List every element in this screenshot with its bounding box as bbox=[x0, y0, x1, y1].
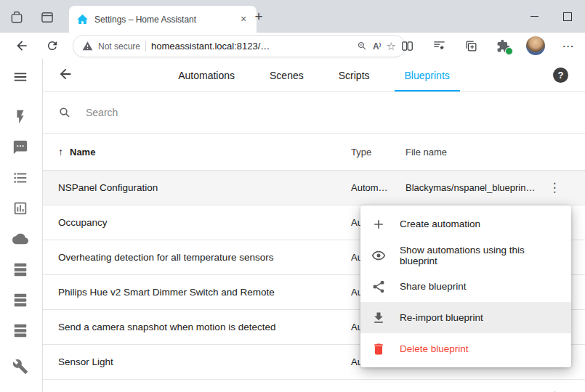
read-aloud-button[interactable]: A⁾ bbox=[373, 41, 382, 52]
menu-item-share-blueprint[interactable]: Share blueprint bbox=[360, 271, 571, 302]
minimize-icon bbox=[530, 16, 538, 17]
row-name: Overheating detection for all temperatur… bbox=[58, 252, 351, 263]
column-name-label: Name bbox=[70, 147, 95, 158]
favorites-button[interactable] bbox=[430, 37, 448, 54]
sidebar-history-button[interactable] bbox=[12, 200, 30, 218]
trash-icon bbox=[371, 342, 386, 356]
search-input[interactable] bbox=[84, 106, 585, 119]
menu-item-delete-blueprint[interactable]: Delete blueprint bbox=[360, 333, 571, 364]
menu-item-label: Show automations using this blueprint bbox=[400, 245, 560, 266]
row-name: Philips Hue v2 Smart Dimmer Switch and R… bbox=[58, 287, 351, 298]
browser-toolbar: Not secure homeassistant.local:8123/… A⁾… bbox=[0, 33, 585, 60]
workspaces-button[interactable] bbox=[9, 9, 25, 25]
tab-actions-button[interactable] bbox=[39, 9, 55, 25]
new-tab-button[interactable]: + bbox=[250, 8, 267, 25]
tab-scripts[interactable]: Scripts bbox=[328, 59, 380, 91]
wrench-icon bbox=[12, 359, 28, 375]
row-overflow-menu-button[interactable]: ⋮ bbox=[540, 389, 569, 392]
window-minimize-button[interactable] bbox=[517, 0, 551, 33]
sidebar-server-button-1[interactable] bbox=[12, 261, 30, 279]
plus-icon bbox=[371, 217, 386, 232]
search-bar bbox=[43, 92, 585, 134]
menu-item-reimport-blueprint[interactable]: Re-import blueprint bbox=[360, 302, 571, 333]
tab-automations[interactable]: Automations bbox=[168, 59, 245, 91]
tab-title: Settings – Home Assistant bbox=[94, 15, 232, 25]
sidebar-server-button-3[interactable] bbox=[12, 322, 30, 340]
divider bbox=[145, 41, 146, 52]
browser-window: Settings – Home Assistant × + Not secure… bbox=[0, 0, 585, 392]
sidebar-energy-button[interactable] bbox=[12, 109, 30, 126]
row-overflow-menu-button[interactable]: ⋮ bbox=[540, 180, 569, 195]
browser-tab[interactable]: Settings – Home Assistant × bbox=[69, 6, 257, 33]
row-name: NSPanel Configuration bbox=[58, 182, 351, 193]
split-screen-icon bbox=[400, 39, 414, 53]
refresh-icon bbox=[46, 39, 59, 52]
menu-item-show-automations[interactable]: Show automations using this blueprint bbox=[360, 240, 571, 271]
tab-blueprints[interactable]: Blueprints bbox=[395, 59, 460, 91]
help-button[interactable]: ? bbox=[553, 68, 568, 83]
favorites-icon bbox=[432, 39, 446, 53]
column-header-name[interactable]: ↑ Name bbox=[58, 146, 351, 158]
ha-back-button[interactable] bbox=[57, 66, 75, 83]
home-assistant-favicon bbox=[76, 13, 89, 25]
back-arrow-icon bbox=[15, 38, 29, 53]
download-icon bbox=[371, 311, 386, 325]
status-badge bbox=[505, 47, 513, 55]
menu-item-label: Delete blueprint bbox=[400, 343, 469, 354]
tab-scenes[interactable]: Scenes bbox=[259, 59, 314, 91]
window-maximize-button[interactable] bbox=[551, 0, 584, 33]
browser-titlebar: Settings – Home Assistant × + bbox=[0, 0, 585, 33]
menu-item-label: Share blueprint bbox=[400, 281, 467, 292]
extensions-button[interactable] bbox=[494, 37, 512, 54]
row-name: Send a camera snapshot when motion is de… bbox=[58, 322, 351, 332]
row-type: Autom… bbox=[351, 182, 406, 193]
sidebar-cloud-button[interactable] bbox=[12, 231, 30, 248]
split-screen-button[interactable] bbox=[398, 37, 416, 54]
favorite-star-button[interactable]: ☆ bbox=[387, 41, 396, 52]
profile-avatar[interactable] bbox=[526, 36, 545, 55]
zoom-out-button[interactable] bbox=[357, 41, 368, 52]
not-secure-warning-icon bbox=[82, 41, 93, 52]
column-header-file[interactable]: File name bbox=[406, 147, 540, 158]
security-label[interactable]: Not secure bbox=[98, 41, 140, 52]
sidebar-logbook-button[interactable] bbox=[12, 170, 30, 187]
sort-ascending-icon: ↑ bbox=[58, 146, 63, 158]
sidebar-server-button-2[interactable] bbox=[12, 292, 30, 309]
table-header: ↑ Name Type File name bbox=[43, 134, 585, 171]
workspaces-icon bbox=[9, 10, 24, 25]
ha-sidebar bbox=[0, 59, 43, 392]
menu-item-create-automation[interactable]: Create automation bbox=[360, 208, 571, 240]
server-icon bbox=[12, 261, 28, 277]
browser-menu-button[interactable]: ⋯ bbox=[560, 37, 577, 54]
search-icon bbox=[58, 106, 72, 120]
ha-header: Automations Scenes Scripts Blueprints ? bbox=[43, 59, 585, 92]
server-icon bbox=[12, 292, 28, 308]
eye-icon bbox=[371, 248, 386, 263]
sidebar-assist-button[interactable] bbox=[12, 139, 30, 157]
table-row[interactable]: Set entities based on other entities new… bbox=[43, 380, 585, 392]
maximize-icon bbox=[563, 12, 572, 21]
row-name: Occupancy bbox=[58, 217, 351, 228]
browser-tab-icon bbox=[40, 10, 55, 25]
row-name: Sensor Light bbox=[58, 356, 351, 367]
sidebar-menu-button[interactable] bbox=[12, 69, 30, 86]
zoom-out-icon bbox=[357, 41, 368, 52]
browser-back-button[interactable] bbox=[13, 37, 31, 54]
url-text[interactable]: homeassistant.local:8123/… bbox=[151, 41, 352, 52]
chart-box-icon bbox=[12, 200, 28, 216]
server-icon bbox=[12, 322, 28, 338]
share-icon bbox=[371, 279, 386, 294]
row-file: Blackymas/nspanel_blueprin… bbox=[406, 182, 540, 193]
sidebar-tools-button[interactable] bbox=[12, 359, 30, 376]
refresh-button[interactable] bbox=[44, 37, 61, 54]
collections-icon bbox=[464, 39, 478, 53]
hamburger-icon bbox=[12, 69, 28, 85]
table-row[interactable]: NSPanel Configuration Autom… Blackymas/n… bbox=[43, 171, 585, 205]
tab-close-button[interactable]: × bbox=[238, 14, 249, 25]
blueprint-context-menu: Create automation Show automations using… bbox=[360, 205, 571, 367]
collections-button[interactable] bbox=[462, 37, 480, 54]
column-header-type[interactable]: Type bbox=[351, 147, 406, 158]
list-bulleted-icon bbox=[12, 170, 28, 186]
chat-dots-icon bbox=[12, 139, 28, 155]
address-bar[interactable]: Not secure homeassistant.local:8123/… A⁾… bbox=[73, 35, 406, 57]
